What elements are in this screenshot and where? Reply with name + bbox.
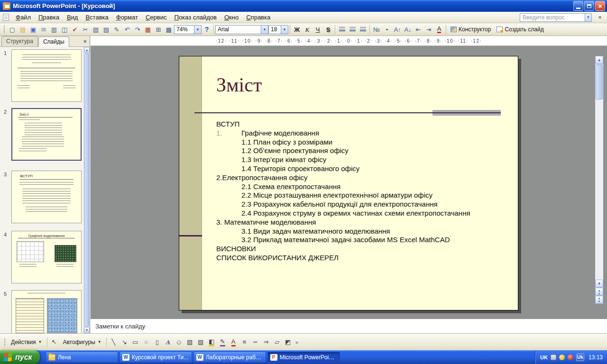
menu-item[interactable]: Справка — [242, 12, 274, 23]
taskbar-button[interactable]: W Лабораторные рабо... — [193, 352, 266, 363]
slide-thumbnail-5[interactable] — [11, 290, 82, 333]
select-objects-button[interactable]: ↖ — [49, 337, 60, 347]
menu-item[interactable]: Вид — [63, 12, 82, 23]
thumbnails-scrollbar[interactable]: ▲ ▼ — [83, 47, 90, 333]
arrow-icon[interactable]: ↘ — [119, 337, 130, 347]
scroll-down-icon[interactable]: ▼ — [595, 280, 603, 288]
taskbar-button[interactable]: P Microsoft PowerPoint ... — [267, 352, 340, 363]
line-style-icon[interactable]: ≡ — [239, 337, 250, 347]
diagram-icon[interactable]: ◇ — [174, 337, 184, 347]
scrollbar-thumb[interactable] — [596, 64, 603, 100]
cut-icon[interactable]: ✂ — [80, 25, 91, 35]
new-icon[interactable]: ▢ — [7, 25, 18, 35]
show-grid-icon[interactable]: ▩ — [164, 25, 174, 35]
email-icon[interactable]: ✉ — [38, 25, 49, 35]
taskbar-button[interactable]: Лена — [46, 352, 118, 363]
keyboard-tray-icon[interactable] — [551, 355, 556, 360]
toolbar-options-button[interactable]: » — [295, 339, 298, 345]
design-button[interactable]: Конструктор — [448, 24, 494, 35]
menu-item[interactable]: Сервис — [142, 12, 171, 23]
slide-title[interactable]: Зміст — [216, 73, 262, 96]
toolbar-grip[interactable] — [3, 25, 5, 34]
new-slide-button[interactable]: Создать слайд — [494, 24, 546, 35]
chevron-down-icon[interactable]: ▼ — [194, 26, 201, 34]
insert-table-icon[interactable]: ⊞ — [153, 25, 164, 35]
tab-outline[interactable]: Структура — [1, 36, 38, 46]
menu-item[interactable]: Вставка — [82, 12, 112, 23]
slide-editor[interactable]: Зміст ВСТУП 1.Графічне моделювання 1.1 П… — [179, 56, 518, 310]
oval-icon[interactable]: ○ — [141, 337, 152, 347]
language-badge[interactable]: Uk — [576, 354, 584, 361]
bold-button[interactable]: Ж — [292, 25, 302, 35]
slide-thumbnail-2-selected[interactable]: Зміст — [11, 108, 82, 161]
save-icon[interactable]: ▣ — [28, 25, 38, 35]
line-icon[interactable]: ╲ — [108, 337, 119, 347]
bullet-list-button[interactable]: • — [382, 25, 392, 35]
open-icon[interactable]: ▤ — [18, 25, 28, 35]
slide-thumbnail-3[interactable]: ВСТУП — [11, 171, 82, 223]
restore-button[interactable] — [584, 1, 594, 11]
font-color-button[interactable]: А — [434, 25, 444, 35]
vertical-scrollbar[interactable]: ▲ ▼ ▲▲ ▼▼ — [595, 56, 603, 304]
next-slide-button[interactable]: ▼▼ — [595, 296, 603, 304]
underline-button[interactable]: Ч — [313, 25, 323, 35]
notes-pane[interactable]: Заметки к слайду — [91, 318, 607, 333]
taskbar-button[interactable]: W Курсовой проект Ти... — [120, 352, 192, 363]
slide-thumbnail-1[interactable] — [11, 49, 82, 102]
tray-status-icon[interactable] — [568, 355, 573, 360]
picture-icon[interactable]: ▨ — [195, 337, 206, 347]
align-right-button[interactable] — [358, 25, 368, 35]
start-button[interactable]: пуск — [0, 350, 40, 364]
help-button[interactable]: ? — [202, 25, 212, 35]
slide-body-text[interactable]: ВСТУП 1.Графічне моделювання 1.1 План оф… — [216, 120, 511, 263]
fill-color-icon[interactable]: ◧ — [206, 337, 217, 347]
increase-font-button[interactable]: А↑ — [392, 25, 403, 35]
numbered-list-button[interactable]: № — [371, 25, 382, 35]
spelling-icon[interactable]: ✔ — [70, 25, 80, 35]
scroll-up-icon[interactable]: ▲ — [595, 56, 603, 64]
slide-thumbnail-4[interactable]: Графічне моделювання — [11, 231, 82, 283]
close-document-button[interactable]: × — [596, 14, 604, 21]
redo-icon[interactable]: ↷ — [132, 25, 143, 35]
close-button[interactable]: × — [595, 1, 605, 11]
undo-icon[interactable]: ↶ — [122, 25, 132, 35]
dash-style-icon[interactable]: ┅ — [250, 337, 261, 347]
copy-icon[interactable]: ▧ — [91, 25, 101, 35]
arrow-style-icon[interactable]: ⇒ — [261, 337, 272, 347]
scrollbar-thumb[interactable] — [84, 54, 89, 327]
align-left-button[interactable] — [337, 25, 347, 35]
ask-question-input[interactable]: Введите вопрос ▼ — [520, 13, 592, 22]
font-size-combobox[interactable]: 18 ▼ — [268, 25, 288, 34]
tab-slides[interactable]: Слайды — [38, 36, 69, 47]
language-indicator[interactable]: UK — [540, 355, 548, 360]
menu-item[interactable]: Правка — [35, 12, 63, 23]
chevron-down-icon[interactable]: ▼ — [261, 26, 268, 34]
autoshapes-menu-button[interactable]: Автофигуры ▼ — [60, 337, 105, 347]
align-center-button[interactable] — [347, 25, 358, 35]
panel-close-button[interactable]: × — [83, 38, 87, 45]
menu-item[interactable]: Окно — [221, 12, 242, 23]
text-box-icon[interactable]: ▯ — [152, 337, 163, 347]
shadow-style-icon[interactable]: ▱ — [272, 337, 283, 347]
paste-icon[interactable]: ▨ — [101, 25, 111, 35]
actions-menu-button[interactable]: Действия ▼ — [8, 337, 46, 347]
insert-chart-icon[interactable]: ▦ — [143, 25, 153, 35]
menu-item[interactable]: Файл — [12, 12, 35, 23]
increase-indent-button[interactable]: ⇥ — [423, 25, 434, 35]
italic-button[interactable]: К — [302, 25, 313, 35]
format-painter-icon[interactable]: ✎ — [111, 25, 122, 35]
scrollbar-track[interactable] — [595, 100, 603, 280]
decrease-indent-button[interactable]: ⇤ — [413, 25, 423, 35]
zoom-combobox[interactable]: 74% ▼ — [174, 25, 202, 34]
decrease-font-button[interactable]: А↓ — [403, 25, 413, 35]
scroll-down-icon[interactable]: ▼ — [84, 327, 90, 333]
rectangle-icon[interactable]: ▭ — [130, 337, 141, 347]
tray-status-icon[interactable] — [559, 355, 565, 360]
menu-item[interactable]: Формат — [112, 12, 142, 23]
minimize-button[interactable] — [573, 1, 583, 11]
shadow-button[interactable]: S — [323, 25, 333, 35]
3d-style-icon[interactable]: ◩ — [283, 337, 294, 347]
font-name-combobox[interactable]: Arial ▼ — [215, 25, 268, 34]
toolbar-grip[interactable] — [4, 338, 6, 346]
wordart-icon[interactable]: A — [163, 337, 174, 347]
